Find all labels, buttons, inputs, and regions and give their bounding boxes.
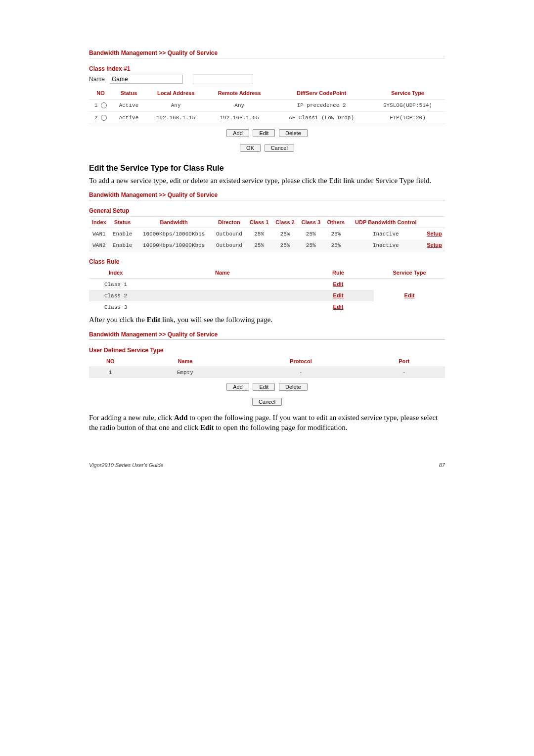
edit-service-link[interactable]: Edit bbox=[404, 292, 415, 298]
cell-rule: Edit bbox=[303, 290, 374, 301]
radio-icon[interactable] bbox=[101, 115, 107, 121]
th-status: Status bbox=[112, 87, 145, 99]
th-bandwidth: Bandwidth bbox=[135, 217, 212, 228]
cell-rule: Edit bbox=[303, 279, 374, 290]
edit-service-type-heading: Edit the Service Type for Class Rule bbox=[89, 164, 445, 173]
bold-text: Add bbox=[174, 414, 188, 422]
edit-button[interactable]: Edit bbox=[253, 383, 275, 391]
cell-remote: 192.168.1.65 bbox=[206, 112, 272, 124]
bold-text: Edit bbox=[147, 316, 161, 324]
edit-rule-link[interactable]: Edit bbox=[333, 292, 344, 298]
th-udp: UDP Bandwidth Control bbox=[348, 217, 424, 228]
th-diffserv: DiffServ CodePoint bbox=[272, 87, 370, 99]
cell-status: Active bbox=[112, 112, 145, 124]
qos-user-defined-section: Bandwidth Management >> Quality of Servi… bbox=[89, 331, 445, 406]
radio-icon[interactable] bbox=[101, 102, 107, 108]
row-no: 2 bbox=[94, 115, 98, 121]
cell-status: Enable bbox=[109, 228, 136, 240]
bold-text: Edit bbox=[200, 424, 214, 431]
ok-button[interactable]: OK bbox=[240, 144, 261, 152]
edit-rule-link[interactable]: Edit bbox=[333, 281, 344, 287]
add-button[interactable]: Add bbox=[226, 383, 249, 391]
edit-button[interactable]: Edit bbox=[253, 129, 275, 137]
cancel-button[interactable]: Cancel bbox=[265, 144, 294, 152]
table-row: 1 Empty - - bbox=[89, 367, 445, 378]
delete-button[interactable]: Delete bbox=[279, 383, 308, 391]
add-button[interactable]: Add bbox=[226, 129, 249, 137]
th-c3: Class 3 bbox=[298, 217, 324, 228]
footer-left: Vigor2910 Series User's Guide bbox=[89, 462, 163, 468]
th-c2: Class 2 bbox=[272, 217, 298, 228]
th-protocol: Protocol bbox=[238, 356, 363, 367]
cell-setup: Setup bbox=[424, 228, 445, 240]
qos-class-index-section: Bandwidth Management >> Quality of Servi… bbox=[89, 49, 445, 152]
cell-no: 1 bbox=[89, 367, 132, 378]
class-index-table: NO Status Local Address Remote Address D… bbox=[89, 87, 445, 124]
delete-button[interactable]: Delete bbox=[279, 129, 308, 137]
cancel-button[interactable]: Cancel bbox=[252, 398, 282, 406]
cell-service: SYSLOG(UDP:514) bbox=[370, 99, 445, 112]
th-index: Index bbox=[89, 267, 142, 279]
cell-c3: 25% bbox=[298, 228, 324, 240]
cell-name bbox=[142, 279, 303, 290]
cell-protocol: - bbox=[238, 367, 363, 378]
th-rule: Rule bbox=[303, 267, 374, 279]
setup-link[interactable]: Setup bbox=[427, 242, 442, 248]
th-no: NO bbox=[89, 87, 112, 99]
cell-dir: Outbound bbox=[212, 239, 246, 251]
cell-c2: 25% bbox=[272, 239, 298, 251]
para-add-rule: For adding a new rule, click Add to open… bbox=[89, 413, 445, 433]
general-setup-heading: General Setup bbox=[89, 207, 445, 214]
cell-index: Class 3 bbox=[89, 301, 142, 313]
table-row: WAN2 Enable 10000Kbps/10000Kbps Outbound… bbox=[89, 239, 445, 251]
cell-status: Enable bbox=[109, 239, 136, 251]
th-service: Service Type bbox=[370, 87, 445, 99]
cell-others: 25% bbox=[324, 239, 348, 251]
th-name: Name bbox=[142, 267, 303, 279]
cell-setup: Setup bbox=[424, 239, 445, 251]
user-defined-table: NO Name Protocol Port 1 Empty - - bbox=[89, 356, 445, 378]
text: link, you will see the following page. bbox=[160, 316, 272, 324]
class-name-row: Name bbox=[89, 74, 445, 84]
class-name-input[interactable] bbox=[110, 75, 183, 84]
cell-remote: Any bbox=[206, 99, 272, 112]
th-no: NO bbox=[89, 356, 132, 367]
cell-local: Any bbox=[145, 99, 206, 112]
text: After you click the bbox=[89, 316, 147, 324]
cell-name: Empty bbox=[132, 367, 238, 378]
user-defined-heading: User Defined Service Type bbox=[89, 347, 445, 354]
cell-c2: 25% bbox=[272, 228, 298, 240]
cell-no[interactable]: 2 bbox=[89, 112, 112, 124]
para-after-edit: After you click the Edit link, you will … bbox=[89, 315, 445, 325]
spacer-box bbox=[193, 74, 253, 84]
th-status: Status bbox=[109, 217, 136, 228]
cell-service: Edit bbox=[374, 279, 445, 313]
breadcrumb: Bandwidth Management >> Quality of Servi… bbox=[89, 191, 445, 200]
row-no: 1 bbox=[94, 102, 98, 108]
th-local: Local Address bbox=[145, 87, 206, 99]
page-footer: Vigor2910 Series User's Guide 87 bbox=[89, 462, 445, 468]
table-row: 2 Active 192.168.1.15 192.168.1.65 AF Cl… bbox=[89, 112, 445, 124]
cell-bw: 10000Kbps/10000Kbps bbox=[135, 239, 212, 251]
th-c1: Class 1 bbox=[246, 217, 272, 228]
setup-link[interactable]: Setup bbox=[427, 231, 442, 236]
cell-c1: 25% bbox=[246, 239, 272, 251]
th-direction: Directon bbox=[212, 217, 246, 228]
class-rule-heading: Class Rule bbox=[89, 258, 445, 265]
cell-diffserv: AF Class1 (Low Drop) bbox=[272, 112, 370, 124]
th-others: Others bbox=[324, 217, 348, 228]
edit-rule-link[interactable]: Edit bbox=[333, 304, 344, 310]
cell-port: - bbox=[363, 367, 445, 378]
th-service: Service Type bbox=[374, 267, 445, 279]
cell-c1: 25% bbox=[246, 228, 272, 240]
th-remote: Remote Address bbox=[206, 87, 272, 99]
cell-dir: Outbound bbox=[212, 228, 246, 240]
cell-index: Class 1 bbox=[89, 279, 142, 290]
cell-diffserv: IP precedence 2 bbox=[272, 99, 370, 112]
cell-bw: 10000Kbps/10000Kbps bbox=[135, 228, 212, 240]
cell-no[interactable]: 1 bbox=[89, 99, 112, 112]
text: to open the following page for modificat… bbox=[214, 424, 347, 431]
cell-status: Active bbox=[112, 99, 145, 112]
general-setup-table: Index Status Bandwidth Directon Class 1 … bbox=[89, 217, 445, 251]
cell-others: 25% bbox=[324, 228, 348, 240]
